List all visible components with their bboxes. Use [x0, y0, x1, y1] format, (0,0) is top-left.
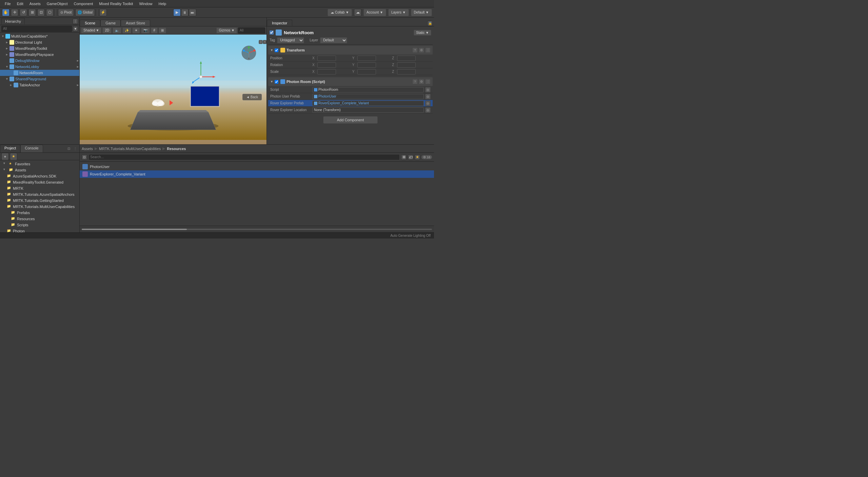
file-roverexplorer[interactable]: RoverExplorer_Complete_Variant — [80, 170, 434, 178]
scene-lighting-btn[interactable]: ☀ — [132, 27, 140, 34]
photon-menu-btn[interactable]: ⋮ — [425, 79, 431, 84]
resources-item[interactable]: 📁 Resources — [0, 216, 79, 222]
default-layout-button[interactable]: Default ▼ — [411, 9, 432, 16]
hierarchy-options[interactable]: ▼ — [73, 26, 78, 32]
menu-gameobject[interactable]: GameObject — [44, 1, 71, 6]
transform-component-header[interactable]: ▼ Transform ? ⚙ ⋮ — [268, 46, 433, 55]
account-button[interactable]: Account ▼ — [363, 9, 386, 16]
breadcrumb-assets[interactable]: Assets — [82, 147, 93, 151]
file-photonuser[interactable]: PhotonUser — [80, 163, 434, 170]
rotation-x-input[interactable]: 0 — [317, 62, 336, 68]
extra-tool[interactable]: ⚡ — [99, 9, 107, 16]
fav-star-btn[interactable]: ★ — [10, 153, 17, 160]
rotation-z-input[interactable]: 0 — [397, 62, 416, 68]
audio-btn[interactable]: 🔈 — [113, 27, 121, 34]
tool-rect[interactable]: ⊡ — [37, 9, 45, 16]
hierarchy-item-tableanchor[interactable]: ► TableAnchor ► — [0, 82, 79, 88]
tool-rotate[interactable]: ↺ — [20, 9, 27, 16]
add-component-button[interactable]: Add Component — [323, 116, 378, 124]
mrtk-item[interactable]: 📁 MRTK — [0, 185, 79, 191]
static-button[interactable]: Static ▼ — [414, 30, 431, 36]
photon-room-component-header[interactable]: ▼ Photon Room (Script) ? ⚙ ⋮ — [268, 77, 433, 86]
layers-button[interactable]: Layers ▼ — [388, 9, 409, 16]
file-back-btn[interactable]: ⊡ — [82, 154, 87, 160]
photon-user-pick-btn[interactable]: ◎ — [425, 94, 431, 99]
photon-item[interactable]: 📁 Photon — [0, 228, 79, 232]
scene-search[interactable] — [238, 27, 265, 34]
pause-button[interactable]: ⏸ — [181, 9, 189, 16]
tag-select[interactable]: Untagged — [277, 37, 304, 43]
breadcrumb-mrtk[interactable]: MRTK.Tutorials.MultiUserCapabilities — [99, 147, 161, 151]
transform-help-btn[interactable]: ? — [412, 47, 418, 53]
tool-hand[interactable]: ✋ — [2, 9, 9, 16]
mrtk-getting-started-item[interactable]: 📁 MRTK.Tutorials.GettingStarted — [0, 198, 79, 204]
tab-scene[interactable]: Scene — [80, 20, 100, 26]
scale-x-input[interactable]: 1 — [317, 69, 336, 75]
hierarchy-item-networklobby[interactable]: ▼ NetworkLobby ► — [0, 64, 79, 70]
render-mode-btn[interactable]: Shaded ▼ — [81, 27, 101, 34]
transform-settings-btn[interactable]: ⚙ — [419, 47, 424, 53]
mrtk-generated-item[interactable]: 📁 MixedRealityToolkit.Generated — [0, 179, 79, 185]
fx-btn[interactable]: ✨ — [122, 27, 131, 34]
favorites-item[interactable]: ▼ ★ Favorites — [0, 161, 79, 167]
inspector-lock-btn[interactable]: 🔒 — [427, 21, 433, 26]
tool-move[interactable]: ✛ — [11, 9, 18, 16]
photon-settings-btn[interactable]: ⚙ — [419, 79, 424, 84]
transform-menu-btn[interactable]: ⋮ — [425, 47, 431, 53]
file-search-fav-btn[interactable]: ★ — [415, 154, 420, 160]
file-search-type-btn[interactable]: ⊕ — [401, 154, 407, 160]
assets-root-item[interactable]: ▼ 📁 Assets — [0, 167, 79, 173]
hierarchy-search[interactable] — [1, 26, 72, 32]
add-project-btn[interactable]: + — [1, 153, 9, 160]
hierarchy-item-root[interactable]: ▼ MultiUserCapabilities* — [0, 33, 79, 39]
collab-button[interactable]: ☁ Collab ▼ — [328, 9, 352, 16]
menu-mrtk[interactable]: Mixed Reality Toolkit — [96, 1, 136, 6]
breadcrumb-resources[interactable]: Resources — [167, 147, 186, 151]
mrtk-azure-item[interactable]: 📁 MRTK.Tutorials.AzureSpatialAnchors — [0, 191, 79, 198]
hierarchy-item-debugwindow[interactable]: DebugWindow ► — [0, 58, 79, 64]
inspector-tab[interactable]: Inspector — [267, 20, 292, 26]
file-search-label-btn[interactable]: 🏷 — [408, 154, 413, 160]
photon-help-btn[interactable]: ? — [412, 79, 418, 84]
menu-window[interactable]: Window — [136, 1, 155, 6]
transform-enabled[interactable] — [275, 48, 278, 52]
position-y-input[interactable]: 0 — [357, 56, 376, 61]
tab-game[interactable]: Game — [100, 20, 121, 26]
scene-viewport[interactable]: ⊡ ✕ ◄ Back — [80, 35, 267, 144]
menu-help[interactable]: Help — [156, 1, 169, 6]
hierarchy-item-mrplayspace[interactable]: ► MixedRealityPlayspace — [0, 51, 79, 58]
back-button[interactable]: ◄ Back — [242, 94, 262, 100]
layer-select[interactable]: Default — [320, 37, 347, 43]
position-z-input[interactable]: 0 — [397, 56, 416, 61]
hierarchy-item-networkroom[interactable]: NetworkRoom — [0, 70, 79, 76]
script-pick-btn[interactable]: ◎ — [425, 87, 431, 92]
global-button[interactable]: 🌐 Global — [75, 9, 95, 16]
rover-location-pick-btn[interactable]: ◎ — [425, 107, 431, 113]
menu-edit[interactable]: Edit — [14, 1, 26, 6]
hierarchy-item-sharedplayground[interactable]: ▼ SharedPlayground — [0, 76, 79, 82]
tool-scale[interactable]: ⊞ — [28, 9, 36, 16]
hierarchy-item-directional-light[interactable]: ► Directional Light — [0, 39, 79, 45]
project-menu-btn[interactable]: ⋮ — [73, 146, 78, 151]
tool-transform[interactable]: ⬡ — [46, 9, 54, 16]
file-search-input[interactable] — [88, 154, 400, 160]
photon-enabled[interactable] — [275, 80, 278, 84]
hierarchy-tab[interactable]: Hierarchy — [1, 18, 25, 24]
object-enabled-checkbox[interactable] — [270, 30, 274, 35]
prefabs-item[interactable]: 📁 Prefabs — [0, 210, 79, 216]
pivot-button[interactable]: ⊙ Pivot — [58, 9, 74, 16]
project-lock-btn[interactable]: ⊡ — [66, 146, 72, 151]
mode-2d-btn[interactable]: 2D — [102, 27, 112, 34]
grid-btn[interactable]: # — [151, 27, 158, 34]
menu-file[interactable]: File — [2, 1, 14, 6]
project-tab[interactable]: Project — [0, 145, 20, 152]
rover-explorer-pick-btn[interactable]: ◎ — [425, 101, 431, 106]
camera-btn[interactable]: 📷 — [141, 27, 150, 34]
azure-sdk-item[interactable]: 📁 AzureSpatialAnchors.SDK — [0, 173, 79, 179]
tab-asset-store[interactable]: Asset Store — [121, 20, 150, 26]
play-button[interactable]: ▶ — [173, 9, 181, 16]
scale-y-input[interactable]: 1 — [357, 69, 376, 75]
menu-component[interactable]: Component — [71, 1, 96, 6]
wireframe-btn[interactable]: ⊞ — [159, 27, 166, 34]
position-x-input[interactable]: 0 — [317, 56, 336, 61]
